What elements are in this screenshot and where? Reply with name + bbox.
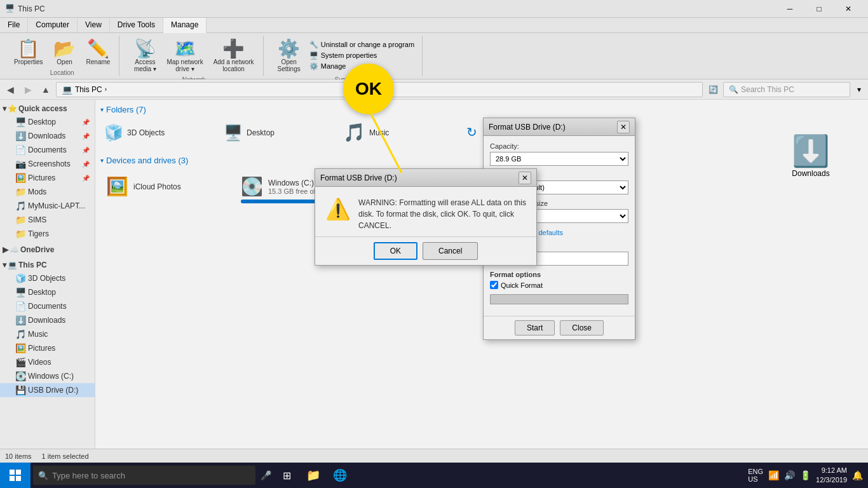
up-button[interactable]: ▲ [38, 82, 53, 97]
sidebar-item-tigers[interactable]: 📁 Tigers [0, 227, 95, 241]
sidebar-item-mods[interactable]: 📁 Mods [0, 185, 95, 199]
tab-drive-tools[interactable]: Drive Tools [110, 18, 163, 32]
format-start-button[interactable]: Start [515, 320, 555, 336]
tigers-icon: 📁 [15, 229, 25, 239]
refresh-button[interactable]: 🔄 [705, 82, 721, 97]
sidebar-item-pictures[interactable]: 🖼️ Pictures [0, 341, 95, 355]
computer-icon: 💻 [62, 85, 72, 95]
sidebar-item-downloads[interactable]: ⬇️ Downloads [0, 313, 95, 327]
capacity-select[interactable]: 28.9 GB [490, 152, 628, 166]
sidebar-item-desktop-qa[interactable]: 🖥️ Desktop 📌 [0, 115, 95, 129]
sidebar-item-3dobjects[interactable]: 🧊 3D Objects [0, 271, 95, 285]
downloads-icon-qa: ⬇️ [15, 131, 25, 141]
format-close-button[interactable]: Close [560, 320, 604, 336]
open-settings-button[interactable]: ⚙️ OpenSettings [274, 36, 304, 75]
titlebar-title: This PC [18, 4, 775, 13]
folder-3dobjects[interactable]: 🧊 3D Objects [100, 119, 215, 146]
sidebar-item-windows-c[interactable]: 💽 Windows (C:) [0, 369, 95, 383]
taskbar-language: ENGUS [748, 468, 763, 483]
tab-file[interactable]: File [0, 18, 28, 32]
this-pc-header[interactable]: ▾ 💻 This PC [0, 259, 95, 271]
notification-icon[interactable]: 🔔 [852, 470, 863, 480]
drives-section-label: Devices and drives (3) [106, 156, 188, 165]
rename-button[interactable]: ✏️ Rename [83, 36, 114, 68]
folder-desktop-name: Desktop [247, 128, 275, 137]
sidebar-item-pictures-qa[interactable]: 🖼️ Pictures 📌 [0, 171, 95, 185]
downloads-right-panel[interactable]: ⬇️ Downloads [792, 133, 830, 178]
taskbar-file-explorer[interactable]: 📁 [301, 463, 326, 488]
sidebar-item-music[interactable]: 🎵 Music [0, 327, 95, 341]
system-properties-button[interactable]: 🖥️ System properties [307, 51, 417, 60]
onedrive-expand: ▶ [3, 245, 8, 254]
add-network-label: Add a networklocation [214, 58, 254, 72]
file-explorer-icon: 📁 [306, 468, 320, 482]
tab-computer[interactable]: Computer [28, 18, 78, 32]
warning-ok-button[interactable]: OK [374, 242, 417, 260]
usb-d-icon: 💾 [15, 385, 25, 395]
sidebar-item-documents[interactable]: 📄 Documents [0, 299, 95, 313]
warning-dialog-close-button[interactable]: ✕ [519, 172, 531, 184]
settings-icon: ⚙️ [279, 38, 299, 58]
sidebar-item-usb-d[interactable]: 💾 USB Drive (D:) [0, 383, 95, 397]
close-button[interactable]: ✕ [834, 0, 863, 18]
access-media-button[interactable]: 📡 Accessmedia ▾ [130, 36, 160, 75]
downloads-right-icon: ⬇️ [792, 133, 830, 169]
uninstall-button[interactable]: 🔧 Uninstall or change a program [307, 40, 417, 50]
drive-icloud[interactable]: 🖼️ iCloud Photos [100, 170, 227, 209]
forward-button[interactable]: ▶ [20, 82, 36, 97]
ok-callout-circle: OK [343, 64, 394, 114]
taskbar-mic-button[interactable]: 🎤 [261, 470, 271, 480]
format-dialog-close-button[interactable]: ✕ [617, 121, 630, 133]
back-button[interactable]: ◀ [3, 82, 18, 97]
windows-c-icon: 💽 [15, 371, 25, 381]
start-button[interactable] [0, 463, 31, 488]
map-network-drive-button[interactable]: 🗺️ Map networkdrive ▾ [163, 36, 207, 75]
drives-section-header[interactable]: ▾ Devices and drives (3) [100, 156, 863, 165]
map-network-icon: 🗺️ [175, 38, 195, 58]
mods-icon: 📁 [15, 187, 25, 197]
open-button[interactable]: 📂 Open [50, 36, 80, 68]
pin-screenshots: 📌 [82, 161, 90, 168]
quick-format-checkbox[interactable] [490, 281, 498, 289]
search-expand-button[interactable]: ▾ [853, 83, 865, 96]
folders-section-header[interactable]: ▾ Folders (7) [100, 105, 863, 114]
maximize-button[interactable]: □ [804, 0, 834, 18]
sidebar-item-documents-qa[interactable]: 📄 Documents 📌 [0, 143, 95, 157]
rename-label: Rename [86, 58, 111, 65]
ribbon-group-location-buttons: 📋 Properties 📂 Open ✏️ Rename [10, 36, 114, 68]
warning-dialog-content: ⚠️ WARNING: Formatting will erase ALL da… [315, 187, 536, 236]
sidebar-item-sims[interactable]: 📁 SIMS [0, 213, 95, 227]
minimize-button[interactable]: ─ [775, 0, 804, 18]
content-area: ▾ Folders (7) 🧊 3D Objects 🖥️ Desktop 🎵 … [95, 100, 868, 449]
folders-section-label: Folders (7) [106, 105, 146, 114]
taskbar-clock[interactable]: 9:12 AM 12/3/2019 [816, 466, 847, 485]
ribbon-group-network-buttons: 📡 Accessmedia ▾ 🗺️ Map networkdrive ▾ ➕ … [130, 36, 257, 75]
tab-view[interactable]: View [78, 18, 110, 32]
pictures-icon-qa: 🖼️ [15, 173, 25, 183]
pictures-label: Pictures [28, 344, 90, 353]
task-view-icon: ⊞ [283, 470, 291, 482]
taskbar-date-text: 12/3/2019 [816, 476, 847, 484]
system-properties-label: System properties [321, 51, 377, 59]
taskbar-search-bar[interactable]: 🔍 Type here to search [33, 466, 255, 485]
chrome-icon: 🌐 [333, 468, 347, 482]
search-bar[interactable]: 🔍 Search This PC [723, 82, 850, 97]
sidebar-item-downloads-qa[interactable]: ⬇️ Downloads 📌 [0, 129, 95, 143]
taskbar-task-view[interactable]: ⊞ [274, 463, 299, 488]
tab-manage[interactable]: Manage [163, 18, 207, 33]
folder-desktop[interactable]: 🖥️ Desktop [220, 119, 334, 146]
tigers-label: Tigers [28, 229, 90, 238]
quick-access-header[interactable]: ▾ ⭐ Quick access [0, 102, 95, 115]
onedrive-header[interactable]: ▶ ☁️ OneDrive [0, 243, 95, 256]
taskbar-chrome[interactable]: 🌐 [327, 463, 353, 488]
manage-icon: ⚙️ [309, 62, 318, 71]
warning-cancel-button[interactable]: Cancel [423, 242, 478, 260]
sidebar-item-desktop[interactable]: 🖥️ Desktop [0, 285, 95, 299]
address-bar-text: This PC [75, 85, 102, 94]
sidebar-item-mymusic[interactable]: 🎵 MyMusic-LAPT... [0, 199, 95, 213]
sidebar-item-videos[interactable]: 🎬 Videos [0, 355, 95, 369]
sidebar-item-screenshots-qa[interactable]: 📷 Screenshots 📌 [0, 157, 95, 171]
warning-icon: ⚠️ [325, 197, 351, 231]
add-network-location-button[interactable]: ➕ Add a networklocation [210, 36, 258, 75]
properties-button[interactable]: 📋 Properties [10, 36, 47, 68]
